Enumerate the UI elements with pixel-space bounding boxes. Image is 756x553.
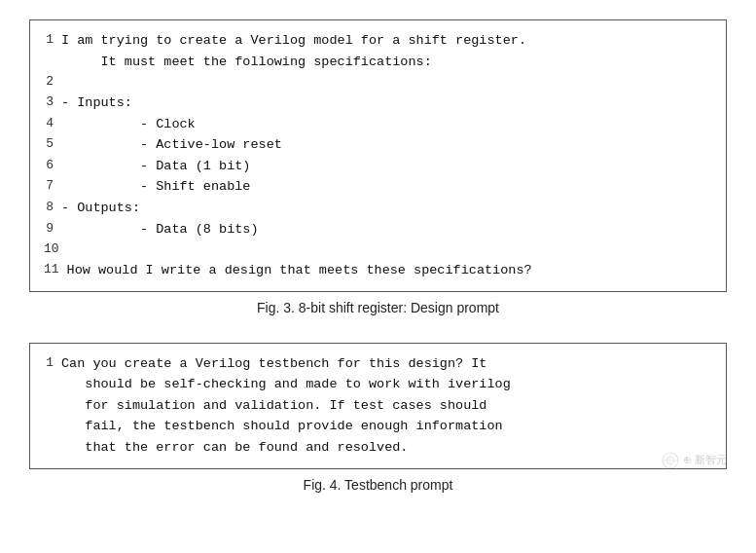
line-num: 8 (44, 198, 61, 218)
line-num: 1 (44, 353, 61, 374)
line-text: - Clock (61, 114, 712, 135)
line-text: - Data (1 bit) (61, 156, 712, 177)
code-line: 4 - Clock (44, 114, 712, 135)
figure3-container: 1 I am trying to create a Verilog model … (29, 19, 727, 333)
code-line: It must meet the following specification… (44, 52, 712, 73)
code-line: 6 - Data (1 bit) (44, 156, 712, 177)
code-line: 7 - Shift enable (44, 176, 712, 198)
code-line: 1 I am trying to create a Verilog model … (44, 30, 712, 52)
line-text: - Shift enable (61, 176, 712, 198)
line-num: 9 (44, 219, 61, 240)
line-num: 6 (44, 156, 61, 176)
line-text: fail, the testbench should provide enoug… (61, 416, 712, 437)
line-text: Can you create a Verilog testbench for t… (61, 353, 712, 375)
line-num: 5 (44, 134, 61, 155)
watermark: ⊕ 新智元 (662, 452, 727, 469)
line-num: 11 (44, 260, 67, 280)
line-text: I am trying to create a Verilog model fo… (61, 30, 712, 52)
code-line: 10 (44, 240, 712, 260)
watermark-text: ⊕ 新智元 (683, 453, 727, 467)
code-line: 8 - Outputs: (44, 198, 712, 219)
line-num: 10 (44, 240, 67, 260)
line-num: 2 (44, 72, 61, 92)
line-num: 4 (44, 114, 61, 134)
line-num: 1 (44, 30, 61, 51)
line-text: - Data (8 bits) (61, 219, 712, 240)
code-line: for simulation and validation. If test c… (44, 395, 712, 417)
figure4-codebox: 1 Can you create a Verilog testbench for… (29, 343, 727, 469)
line-num: 7 (44, 176, 61, 197)
code-line: 2 (44, 72, 712, 92)
line-num: 3 (44, 92, 61, 113)
code-line: 5 - Active-low reset (44, 134, 712, 156)
line-text: - Outputs: (61, 198, 712, 219)
figure4-caption: Fig. 4. Testbench prompt (29, 477, 727, 493)
line-text: for simulation and validation. If test c… (61, 395, 712, 417)
figure3-caption: Fig. 3. 8-bit shift register: Design pro… (29, 300, 727, 315)
line-text: It must meet the following specification… (61, 52, 712, 73)
line-text: should be self-checking and made to work… (61, 374, 712, 395)
code-line: that the error can be found and resolved… (44, 437, 712, 459)
figure4-container: 1 Can you create a Verilog testbench for… (29, 343, 727, 510)
code-line: 9 - Data (8 bits) (44, 219, 712, 240)
line-text: - Inputs: (61, 92, 712, 114)
code-line: 1 Can you create a Verilog testbench for… (44, 353, 712, 375)
code-line: should be self-checking and made to work… (44, 374, 712, 395)
figure3-codebox: 1 I am trying to create a Verilog model … (29, 19, 727, 292)
line-text: How would I write a design that meets th… (67, 260, 712, 281)
code-line: fail, the testbench should provide enoug… (44, 416, 712, 437)
line-text: that the error can be found and resolved… (61, 437, 712, 459)
code-line: 11 How would I write a design that meets… (44, 260, 712, 281)
code-line: 3 - Inputs: (44, 92, 712, 114)
line-text: - Active-low reset (61, 134, 712, 156)
